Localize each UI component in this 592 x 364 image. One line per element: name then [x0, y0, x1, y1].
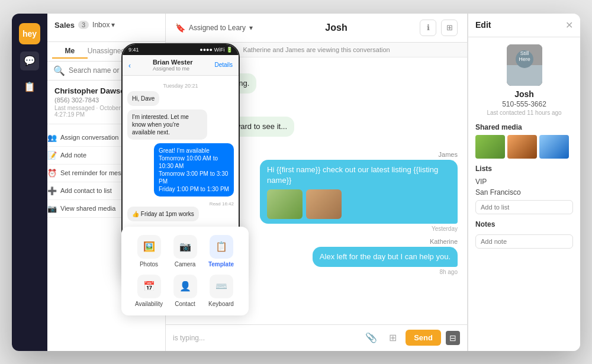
assign-label: Assigned to Leary: [189, 24, 246, 32]
media-label: View shared media: [60, 205, 115, 212]
phone-details-btn[interactable]: Details: [214, 62, 233, 68]
camera-icon: 📷: [173, 235, 197, 259]
tab-unassigned[interactable]: Unassigned: [88, 44, 125, 59]
media-thumb-1: [475, 135, 505, 159]
popup-contact[interactable]: 👤 Contact: [167, 275, 203, 307]
popup-availability[interactable]: 📅 Availability: [131, 275, 167, 307]
inbox-selector[interactable]: Inbox ▾: [92, 21, 115, 29]
right-panel-title: Edit: [475, 20, 491, 30]
phone-back-arrow[interactable]: ‹: [128, 62, 131, 70]
grid-btn[interactable]: ⊞: [441, 20, 458, 36]
media-thumb-3: [539, 135, 569, 159]
sidebar-icon-list[interactable]: 📋: [20, 78, 39, 96]
media-icon: 📷: [47, 204, 57, 213]
tab-me[interactable]: Me: [52, 44, 88, 59]
phone-bubble-1: Hi, Dave: [127, 91, 159, 106]
info-btn[interactable]: ℹ: [420, 20, 436, 36]
search-icon: 🔍: [53, 65, 65, 76]
photos-icon: 🖼️: [137, 235, 161, 259]
right-panel-body: Still Here Josh 510-555-3662 Last contac…: [468, 37, 580, 351]
sidebar-icon-chat[interactable]: 💬: [20, 51, 39, 70]
sales-badge: 3: [78, 21, 89, 29]
media-btn[interactable]: ⊞: [384, 330, 401, 346]
note-icon: 📝: [47, 151, 57, 160]
popup-photos[interactable]: 🖼️ Photos: [131, 235, 167, 268]
app-container: hey 💬 📋 Sales 3 Inbox ▾ Me Unassigned Al…: [12, 14, 580, 351]
profile-meta: Last contacted 11 hours ago: [487, 109, 561, 116]
keyboard-icon: ⌨️: [210, 275, 233, 298]
more-btn[interactable]: ⊟: [446, 331, 460, 345]
chat-actions: ℹ ⊞: [420, 20, 458, 36]
template-icon: 📋: [210, 235, 233, 259]
note-label: Add note: [60, 152, 86, 159]
phone-contact-name: Brian Wester: [153, 59, 193, 66]
attachment-btn[interactable]: 📎: [363, 330, 379, 346]
avatar: Still Here: [507, 44, 542, 86]
phone-bubble-4: 👍 Friday at 1pm works: [127, 207, 199, 221]
svg-text:Here: Here: [519, 56, 530, 62]
popup-keyboard[interactable]: ⌨️ Keyboard: [203, 275, 239, 307]
list-label: Add contact to list: [60, 187, 112, 194]
phone-signal: ●●●● WiFi 🔋: [200, 47, 233, 53]
reminder-icon: ⏰: [47, 169, 57, 178]
chat-footer: is typing... 📎 ⊞ Send ⊟: [166, 324, 467, 351]
right-panel: Edit ✕ Still Here Josh 510-555-3662 Last…: [468, 14, 580, 351]
notes-title: Notes: [475, 220, 573, 228]
phone-contact-sub: Assigned to me: [153, 66, 193, 72]
profile-name: Josh: [514, 89, 534, 99]
add-note-input[interactable]: [475, 234, 573, 249]
chat-contact-name: Josh: [325, 22, 347, 33]
lists-title: Lists: [475, 165, 573, 173]
lists-section: Lists VIP San Francisco: [475, 165, 573, 214]
app-logo[interactable]: hey: [19, 23, 40, 44]
phone-msg-received-2: I'm interested. Let me know when you're …: [127, 109, 234, 143]
list-icon: ➕: [47, 186, 57, 195]
assign-row: 🔖 Assigned to Leary ▾: [175, 23, 253, 33]
contacts-header: Sales 3 Inbox ▾: [47, 14, 165, 42]
phone-msg-received-3: 👍 Friday at 1pm works: [127, 207, 234, 225]
contact-label: Contact: [175, 301, 195, 307]
phone-messages: Tuesday 20:21 Hi, Dave I'm interested. L…: [123, 76, 239, 241]
phone-date-divider: Tuesday 20:21: [127, 83, 234, 89]
camera-label: Camera: [175, 261, 196, 268]
close-button[interactable]: ✕: [565, 20, 573, 31]
read-time: Read 16:42: [127, 201, 234, 207]
availability-label: Availability: [135, 301, 163, 307]
bubble-3: Hi {{first name}} check out our latest l…: [260, 160, 458, 224]
phone-nav-bar: ‹ Brian Wester Assigned to me Details: [123, 55, 239, 76]
assign-icon: 👥: [47, 133, 57, 142]
popup-camera[interactable]: 📷 Camera: [167, 235, 203, 268]
list-item-sf: San Francisco: [475, 187, 573, 198]
svg-text:Still: Still: [520, 50, 529, 56]
phone-bubble-2: I'm interested. Let me know when you're …: [127, 109, 207, 140]
profile-phone: 510-555-3662: [502, 100, 546, 108]
bookmark-icon: 🔖: [175, 23, 185, 33]
add-to-list-input[interactable]: [475, 200, 573, 214]
keyboard-label: Keyboard: [208, 301, 234, 307]
svg-rect-1: [507, 65, 542, 86]
phone-msg-sent-1: Great! I'm available Tomorrow 10:00 AM t…: [127, 143, 234, 200]
assign-label: Assign conversation: [60, 134, 118, 141]
send-button[interactable]: Send: [406, 330, 441, 346]
right-panel-header: Edit ✕: [468, 14, 580, 37]
bubble-4: Alex left for the day but I can help you…: [313, 247, 458, 267]
contacts-title: Sales: [54, 21, 75, 30]
popup-row-2: 📅 Availability 👤 Contact ⌨️ Keyboard: [121, 271, 249, 311]
contact-icon: 👤: [173, 275, 197, 298]
listing-img-1: [267, 189, 303, 219]
listing-img-2: [306, 189, 342, 219]
shared-media-title: Shared media: [475, 123, 573, 131]
media-grid: [475, 135, 573, 159]
sidebar: hey 💬 📋: [12, 14, 47, 351]
popup-template[interactable]: 📋 Template: [203, 235, 239, 268]
media-thumb-2: [507, 135, 537, 159]
list-item-vip: VIP: [475, 176, 573, 187]
chat-header: 🔖 Assigned to Leary ▾ Josh ℹ ⊞: [166, 14, 467, 43]
bubble-images: [267, 189, 451, 219]
template-label: Template: [208, 261, 234, 268]
notes-section: Notes: [475, 220, 573, 249]
availability-icon: 📅: [137, 275, 161, 298]
phone-msg-received-1: Hi, Dave: [127, 91, 234, 109]
assign-chevron: ▾: [249, 24, 253, 32]
photos-label: Photos: [140, 261, 158, 268]
